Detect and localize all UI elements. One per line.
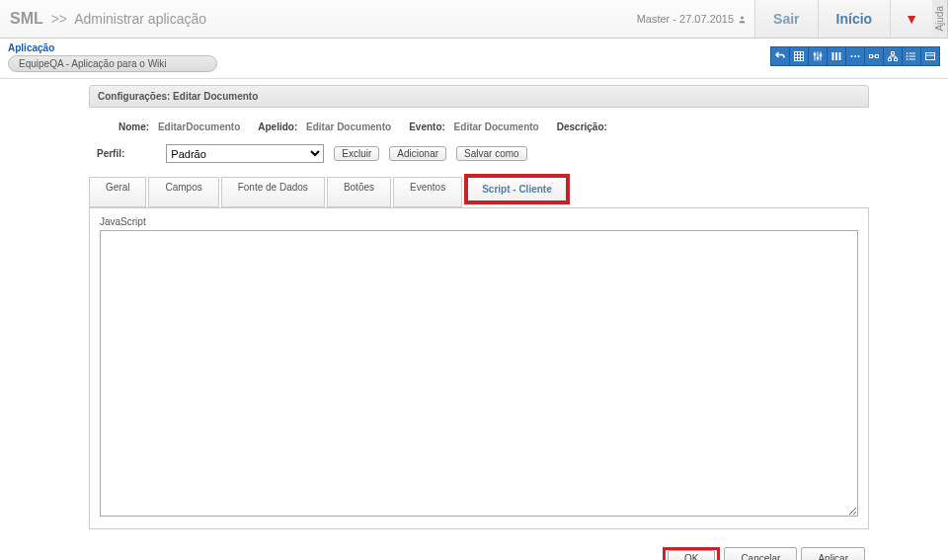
cancelar-button[interactable]: Cancelar	[724, 547, 797, 560]
adicionar-button[interactable]: Adicionar	[389, 146, 446, 161]
tab-campos[interactable]: Campos	[148, 177, 218, 207]
perfil-row: Perfil: Padrão Excluir Adicionar Salvar …	[97, 144, 869, 163]
evento-field: Evento: Editar Documento	[409, 121, 539, 132]
svg-rect-14	[839, 52, 841, 60]
app-selector-area: Aplicação EquipeQA - Aplicação para o Wi…	[8, 42, 771, 72]
toolbar	[771, 46, 940, 66]
nome-value: EditarDocumento	[158, 121, 240, 132]
tab-script-cliente[interactable]: Script - Cliente	[464, 174, 570, 204]
javascript-textarea[interactable]	[100, 230, 858, 517]
ok-highlight: OK	[663, 547, 720, 560]
nome-field: Nome: EditarDocumento	[118, 121, 240, 132]
perfil-label: Perfil:	[97, 148, 124, 159]
svg-point-17	[858, 55, 860, 57]
svg-rect-22	[889, 58, 892, 61]
svg-point-0	[741, 16, 744, 19]
user-icon	[738, 15, 747, 24]
evento-value: Editar Documento	[454, 121, 539, 132]
master-text: Master - 27.07.2015	[637, 13, 734, 25]
apelido-value: Editar Documento	[306, 121, 391, 132]
tab-geral[interactable]: Geral	[89, 177, 146, 207]
page-title: Administrar aplicação	[74, 11, 206, 27]
svg-point-33	[907, 59, 908, 60]
descricao-field: Descrição:	[557, 121, 613, 132]
apelido-label: Apelido:	[258, 121, 297, 132]
tool-undo-icon[interactable]	[770, 46, 790, 66]
svg-rect-19	[876, 55, 879, 58]
breadcrumb: SML >> Administrar aplicação	[0, 10, 637, 28]
svg-point-16	[854, 55, 856, 57]
separator	[0, 78, 948, 79]
inicio-button[interactable]: Início	[818, 0, 891, 38]
ok-button[interactable]: OK	[668, 550, 715, 560]
svg-point-10	[817, 57, 819, 59]
evento-label: Evento:	[409, 121, 445, 132]
tool-columns-icon[interactable]	[827, 46, 846, 66]
svg-point-32	[907, 56, 908, 57]
tabs: Geral Campos Fonte de Dados Botões Event…	[89, 177, 869, 207]
javascript-label: JavaScript	[100, 216, 858, 227]
svg-point-11	[820, 54, 822, 56]
app-label: Aplicação	[8, 42, 771, 53]
tool-tree-icon[interactable]	[883, 46, 903, 66]
top-bar: SML >> Administrar aplicação Master - 27…	[0, 0, 948, 39]
tool-dots-icon[interactable]	[845, 46, 865, 66]
tool-flow-icon[interactable]	[864, 46, 884, 66]
meta-row: Nome: EditarDocumento Apelido: Editar Do…	[118, 121, 869, 132]
sair-button[interactable]: Sair	[754, 0, 817, 38]
svg-rect-23	[895, 58, 898, 61]
descricao-label: Descrição:	[557, 121, 607, 132]
svg-point-31	[907, 53, 908, 54]
dropdown-caret-button[interactable]: ▼	[890, 0, 932, 38]
tool-list-icon[interactable]	[902, 46, 921, 66]
editor-area: JavaScript	[89, 207, 869, 529]
breadcrumb-sep: >>	[51, 11, 67, 27]
perfil-select[interactable]: Padrão	[166, 144, 324, 163]
tool-grid-icon[interactable]	[789, 46, 809, 66]
tool-card-icon[interactable]	[920, 46, 940, 66]
help-tab[interactable]: Ajuda	[932, 0, 948, 38]
config-header: Configurações: Editar Documento	[89, 85, 869, 108]
svg-rect-12	[832, 52, 834, 60]
svg-rect-34	[926, 53, 935, 60]
nome-label: Nome:	[118, 121, 149, 132]
apelido-field: Apelido: Editar Documento	[258, 121, 391, 132]
content-area: Configurações: Editar Documento Nome: Ed…	[0, 85, 948, 560]
aplicar-button[interactable]: Aplicar	[801, 547, 865, 560]
tool-sliders-icon[interactable]	[808, 46, 828, 66]
svg-point-9	[814, 53, 816, 55]
svg-rect-1	[795, 52, 804, 61]
svg-rect-21	[892, 52, 895, 55]
svg-point-15	[851, 55, 853, 57]
svg-rect-13	[835, 52, 837, 60]
salvar-como-button[interactable]: Salvar como	[456, 146, 527, 161]
svg-rect-18	[870, 55, 873, 58]
tab-eventos[interactable]: Eventos	[393, 177, 462, 207]
second-row: Aplicação EquipeQA - Aplicação para o Wi…	[0, 39, 948, 78]
excluir-button[interactable]: Excluir	[334, 146, 379, 161]
tab-fonte-dados[interactable]: Fonte de Dados	[221, 177, 325, 207]
tab-botoes[interactable]: Botões	[327, 177, 391, 207]
app-name: SML	[10, 10, 43, 27]
app-dropdown[interactable]: EquipeQA - Aplicação para o Wiki	[8, 55, 217, 72]
bottom-actions: OK Cancelar Aplicar	[89, 547, 865, 560]
master-info: Master - 27.07.2015	[637, 13, 747, 25]
